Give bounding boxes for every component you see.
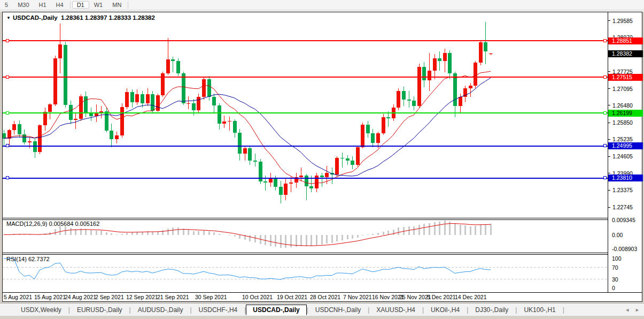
tab-scroll-left-icon[interactable]: ◄ <box>625 307 630 313</box>
chart-title: ▼USDCAD-,Daily 1.28361 1.28397 1.28333 1… <box>6 14 155 21</box>
current-price-badge: 1.28382 <box>608 50 643 57</box>
rsi-line <box>4 259 491 279</box>
price-tick-mark <box>608 156 610 157</box>
date-tick-label: 14 Dec 2021 <box>455 294 487 300</box>
timeframe-button-5[interactable]: 5 <box>0 1 13 9</box>
indicator-scale-label: 0.00 <box>612 232 623 238</box>
chart-tab-xauusd[interactable]: XAUUSD-,H4 <box>369 305 422 315</box>
price-tick-label: 1.29585 <box>612 18 633 24</box>
date-scale[interactable]: 5 Aug 202115 Aug 202124 Aug 20212 Sep 20… <box>3 293 642 301</box>
date-tick-label: 5 Dec 2021 <box>427 294 456 300</box>
date-tick-label: 10 Oct 2021 <box>242 294 273 300</box>
timeframe-button-mn[interactable]: MN <box>107 1 126 9</box>
price-tick-label: 1.27095 <box>612 86 633 92</box>
toolbar-separator <box>128 2 128 9</box>
chart-tab-usdx[interactable]: USDX,Weekly <box>14 305 68 315</box>
chart-canvas[interactable] <box>3 12 608 301</box>
date-tick-label: 15 Aug 2021 <box>34 294 66 300</box>
indicator-scale-label: 70 <box>612 264 618 271</box>
level-price-badge: 1.26199 <box>608 110 643 117</box>
chart-tab-eurusd[interactable]: EURUSD-,Daily <box>70 305 129 315</box>
price-tick-label: 1.23375 <box>612 187 633 193</box>
chart-ohlc-values: 1.28361 1.28397 1.28333 1.28382 <box>61 14 155 21</box>
panel-separator[interactable] <box>3 219 642 220</box>
date-tick-label: 5 Aug 2021 <box>4 294 32 300</box>
date-tick-label: 21 Sep 2021 <box>157 294 189 300</box>
panel-separator[interactable] <box>3 253 642 253</box>
chart-tab-ukoil[interactable]: UKOil-,H4 <box>424 305 467 315</box>
chart-symbol-label: USDCAD-,Daily <box>13 14 58 21</box>
price-tick-label: 1.22745 <box>612 204 633 210</box>
timeframe-button-d1[interactable]: D1 <box>72 1 89 9</box>
timeframe-toolbar: 5M30H1H4D1W1MN <box>0 0 644 10</box>
level-price-badge: 1.27515 <box>608 74 643 81</box>
date-tick-label: 24 Aug 2021 <box>65 294 96 300</box>
date-tick-label: 12 Sep 2021 <box>126 294 158 300</box>
toolbar-separator <box>70 2 71 9</box>
date-tick-label: 19 Oct 2021 <box>277 294 307 300</box>
timeframe-button-m30[interactable]: M30 <box>13 1 34 9</box>
level-price-badge: 1.23810 <box>608 174 643 181</box>
chart-tab-dj30[interactable]: DJ30-,Daily <box>468 305 515 315</box>
date-tick-label: 2 Sep 2021 <box>95 294 124 300</box>
level-price-badge: 1.24995 <box>608 142 643 149</box>
chart-tab-uk100[interactable]: UK100-,H1 <box>517 305 562 315</box>
chart-window: ▼USDCAD-,Daily 1.28361 1.28397 1.28333 1… <box>2 12 642 302</box>
price-tick-label: 1.25850 <box>612 119 633 126</box>
macd-indicator-label: MACD(12,26,9) 0.005684 0.005162 <box>6 221 99 227</box>
timeframe-button-h4[interactable]: H4 <box>51 1 68 9</box>
date-tick-label: 30 Sep 2021 <box>195 294 227 300</box>
price-tick-mark <box>608 105 610 105</box>
date-tick-label: 25 Nov 2021 <box>399 294 431 300</box>
timeframe-button-h1[interactable]: H1 <box>34 1 51 9</box>
chart-tab-usdchf[interactable]: USDCHF-,H4 <box>192 305 245 315</box>
indicator-scale-label: 100 <box>612 255 622 262</box>
horizontal-level-lines <box>3 39 608 179</box>
price-tick-mark <box>608 173 610 173</box>
panel-separator[interactable] <box>3 218 642 218</box>
panel-separator[interactable] <box>3 254 642 255</box>
date-tick-label: 7 Nov 2021 <box>343 294 372 300</box>
indicator-scale-label: 0.009345 <box>612 217 635 223</box>
price-tick-mark <box>608 190 610 191</box>
indicator-scale-label: 30 <box>612 276 618 283</box>
level-price-badge: 1.28851 <box>608 37 643 44</box>
chart-tab-audusd[interactable]: AUDUSD-,Daily <box>131 305 190 315</box>
price-tick-label: 1.26480 <box>612 102 633 109</box>
price-tick-mark <box>608 88 610 89</box>
date-tick-label: 28 Oct 2021 <box>310 294 340 300</box>
price-tick-mark <box>608 20 610 21</box>
tab-scroll-right-icon[interactable]: ► <box>635 307 640 313</box>
price-tick-mark <box>608 123 610 123</box>
chart-tab-usdcad[interactable]: USDCAD-,Daily <box>246 305 306 315</box>
timeframe-button-w1[interactable]: W1 <box>89 1 108 9</box>
price-tick-mark <box>608 207 610 208</box>
window-bottom-strip <box>0 316 644 319</box>
chart-tab-bar: USDX,Weekly|EURUSD-,Daily|AUDUSD-,Daily|… <box>0 303 644 316</box>
price-tick-mark <box>608 71 610 72</box>
rsi-indicator-label: RSI(14) 62.7372 <box>6 256 50 262</box>
chevron-down-icon[interactable]: ▼ <box>6 16 11 20</box>
chart-tab-usdcnh[interactable]: USDCNH-,Daily <box>308 305 368 315</box>
price-tick-mark <box>608 139 610 140</box>
indicator-scale-label: -0.008903 <box>612 246 637 252</box>
tab-separator: | <box>563 306 564 314</box>
price-tick-label: 1.25235 <box>612 136 633 142</box>
indicator-scale-label: 0 <box>612 285 615 291</box>
price-tick-label: 1.24605 <box>612 153 633 160</box>
